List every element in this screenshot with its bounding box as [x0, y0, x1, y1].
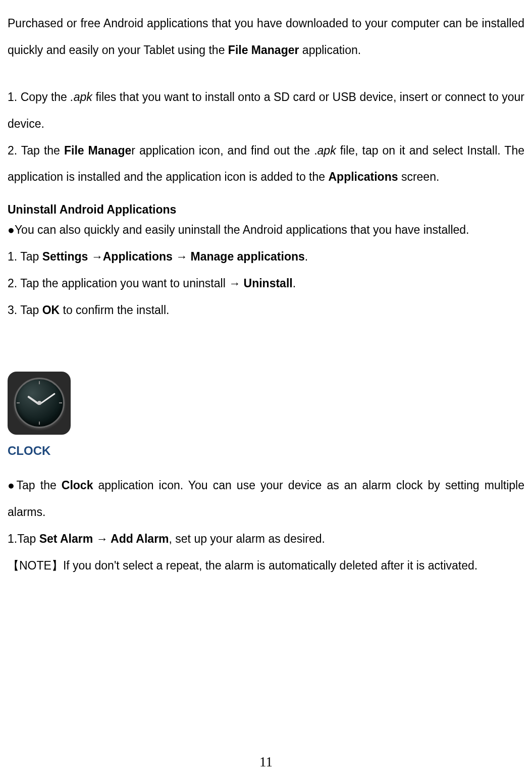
- install-steps: 1. Copy the .apk files that you want to …: [8, 84, 524, 191]
- uninstall-step-1: 1. Tap Settings →Applications → Manage a…: [8, 243, 524, 270]
- install-step-1: 1. Copy the .apk files that you want to …: [8, 84, 524, 137]
- intro-text-after: application.: [299, 43, 361, 57]
- uninstall-heading: Uninstall Android Applications: [8, 203, 524, 217]
- intro-paragraph: Purchased or free Android applications t…: [8, 10, 524, 64]
- clock-bullet: ●Tap the Clock application icon. You can…: [8, 472, 524, 526]
- page-number: 11: [259, 754, 273, 770]
- uninstall-step-3: 3. Tap OK to confirm the install.: [8, 297, 524, 324]
- uninstall-bullet: ●You can also quickly and easily uninsta…: [8, 217, 524, 243]
- install-step-2: 2. Tap the File Manager application icon…: [8, 137, 524, 191]
- clock-title: CLOCK: [8, 444, 524, 458]
- clock-content: ●Tap the Clock application icon. You can…: [8, 472, 524, 579]
- intro-bold: File Manager: [228, 43, 299, 57]
- uninstall-steps: ●You can also quickly and easily uninsta…: [8, 217, 524, 324]
- clock-icon: [8, 372, 71, 435]
- clock-face-icon: [14, 378, 65, 428]
- clock-step-1: 1.Tap Set Alarm → Add Alarm, set up your…: [8, 526, 524, 552]
- clock-note: 【NOTE】If you don't select a repeat, the …: [8, 552, 524, 579]
- uninstall-step-2: 2. Tap the application you want to unins…: [8, 270, 524, 297]
